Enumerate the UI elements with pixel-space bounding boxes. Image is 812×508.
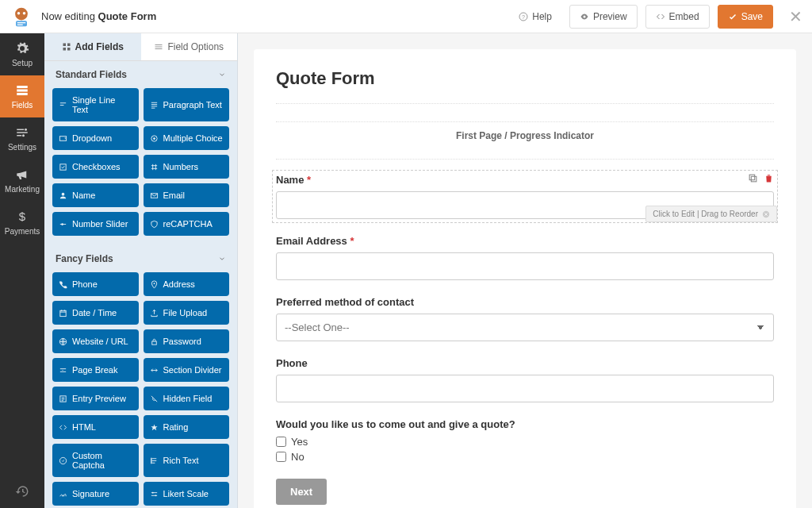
- next-button[interactable]: Next: [276, 479, 327, 505]
- svg-rect-3: [16, 21, 27, 26]
- duplicate-icon[interactable]: [747, 172, 758, 183]
- gear-icon: [15, 41, 29, 56]
- field-quote-question[interactable]: Would you like us to come out and give a…: [276, 418, 774, 463]
- field-type-section-divider[interactable]: Section Divider: [144, 358, 230, 382]
- form-canvas: Quote Form First Page / Progress Indicat…: [238, 33, 812, 508]
- field-type-page-break[interactable]: Page Break: [52, 358, 139, 382]
- delete-icon[interactable]: [763, 172, 774, 183]
- fancy-fields-head[interactable]: Fancy Fields: [44, 245, 237, 272]
- grid-icon: [62, 42, 71, 52]
- svg-rect-15: [67, 44, 71, 47]
- field-type-rating[interactable]: Rating: [144, 415, 230, 439]
- field-type-name[interactable]: Name: [52, 183, 139, 207]
- field-type-hidden-field[interactable]: Hidden Field: [144, 387, 230, 410]
- chevron-down-icon: [218, 255, 226, 263]
- calendar-icon: [59, 309, 67, 318]
- field-type-html[interactable]: HTML: [52, 415, 139, 439]
- phone-input[interactable]: [276, 375, 774, 402]
- svg-rect-26: [60, 310, 66, 316]
- field-contact-method[interactable]: Preferred method of contact --Select One…: [276, 296, 774, 341]
- field-type-single-line-text[interactable]: Single Line Text: [52, 88, 139, 121]
- svg-point-0: [15, 7, 28, 20]
- field-type-custom-captcha[interactable]: Custom Captcha: [52, 444, 139, 477]
- field-type-number-slider[interactable]: Number Slider: [52, 212, 139, 236]
- likert-icon: [150, 490, 159, 498]
- field-type-signature[interactable]: Signature: [52, 482, 139, 506]
- nav-marketing[interactable]: Marketing: [0, 160, 44, 202]
- field-type-entry-preview[interactable]: Entry Preview: [52, 387, 139, 410]
- email-input[interactable]: [276, 252, 774, 280]
- dollar-icon: $: [15, 210, 29, 224]
- radio-icon: [150, 134, 159, 143]
- fields-icon: [15, 83, 29, 98]
- nav-fields[interactable]: Fields: [0, 75, 44, 117]
- field-type-likert-scale[interactable]: Likert Scale: [144, 482, 230, 506]
- field-type-password[interactable]: Password: [144, 329, 230, 353]
- svg-rect-8: [17, 86, 28, 88]
- page-indicator[interactable]: First Page / Progress Indicator: [276, 121, 774, 160]
- dropdown-icon: [59, 134, 67, 143]
- svg-rect-17: [67, 48, 71, 51]
- fields-sidebar: Add Fields Field Options Standard Fields…: [44, 33, 238, 508]
- embed-button[interactable]: Embed: [645, 5, 710, 29]
- field-type-website-url[interactable]: Website / URL: [52, 329, 139, 353]
- field-type-file-upload[interactable]: File Upload: [144, 301, 230, 325]
- field-type-rich-text[interactable]: Rich Text: [144, 444, 230, 477]
- slider-icon: [59, 220, 67, 229]
- close-icon[interactable]: [762, 210, 770, 218]
- richtext-icon: [150, 456, 159, 465]
- form-title[interactable]: Quote Form: [276, 68, 774, 104]
- text-icon: [59, 101, 67, 110]
- globe-icon: [59, 337, 67, 346]
- nav-revisions[interactable]: [0, 475, 44, 508]
- history-icon: [15, 484, 29, 498]
- field-type-address[interactable]: Address: [144, 272, 230, 296]
- field-type-dropdown[interactable]: Dropdown: [52, 126, 139, 150]
- option-no[interactable]: No: [276, 451, 774, 463]
- field-name[interactable]: Name * Click to Edit | Drag to Reorder: [276, 174, 774, 219]
- field-type-email[interactable]: Email: [144, 183, 230, 207]
- field-type-multiple-choice[interactable]: Multiple Choice: [144, 126, 230, 150]
- field-email[interactable]: Email Address *: [276, 235, 774, 280]
- help-button[interactable]: ? Help: [509, 6, 561, 28]
- field-type-date-time[interactable]: Date / Time: [52, 301, 139, 325]
- code-icon: [59, 423, 67, 432]
- nav-settings[interactable]: Settings: [0, 117, 44, 160]
- svg-rect-34: [749, 175, 755, 180]
- divider-icon: [150, 366, 159, 375]
- app-logo: [10, 5, 33, 29]
- field-phone[interactable]: Phone: [276, 357, 774, 402]
- svg-rect-28: [151, 341, 156, 344]
- phone-icon: [59, 280, 67, 289]
- tab-add-fields[interactable]: Add Fields: [44, 33, 141, 60]
- contact-select[interactable]: --Select One--: [276, 314, 774, 341]
- save-button[interactable]: Save: [718, 5, 773, 29]
- option-yes[interactable]: Yes: [276, 436, 774, 448]
- check-icon: [59, 163, 67, 171]
- field-type-phone[interactable]: Phone: [52, 272, 139, 296]
- svg-rect-10: [17, 93, 28, 95]
- nav-setup[interactable]: Setup: [0, 33, 44, 75]
- svg-rect-16: [63, 48, 66, 51]
- field-type-numbers[interactable]: Numbers: [144, 155, 230, 179]
- standard-fields-head[interactable]: Standard Fields: [44, 61, 237, 88]
- svg-text:?: ?: [522, 13, 525, 19]
- reorder-hint: Click to Edit | Drag to Reorder: [645, 206, 777, 222]
- svg-rect-35: [751, 176, 756, 182]
- svg-point-31: [151, 491, 153, 493]
- shield-icon: [150, 220, 159, 229]
- tab-field-options[interactable]: Field Options: [141, 33, 238, 60]
- break-icon: [59, 366, 67, 375]
- editing-label: Now editing Quote Form: [41, 10, 156, 22]
- hash-icon: [150, 163, 159, 171]
- field-type-paragraph-text[interactable]: Paragraph Text: [144, 88, 230, 121]
- preview-button[interactable]: Preview: [569, 5, 638, 29]
- field-type-recaptcha[interactable]: reCAPTCHA: [144, 212, 230, 236]
- field-type-checkboxes[interactable]: Checkboxes: [52, 155, 139, 179]
- close-button[interactable]: ✕: [789, 7, 802, 26]
- pin-icon: [150, 280, 159, 289]
- svg-point-1: [17, 11, 21, 14]
- nav-rail: Setup Fields Settings Marketing $ Paymen…: [0, 33, 44, 508]
- captcha-icon: [59, 456, 67, 465]
- nav-payments[interactable]: $ Payments: [0, 202, 44, 244]
